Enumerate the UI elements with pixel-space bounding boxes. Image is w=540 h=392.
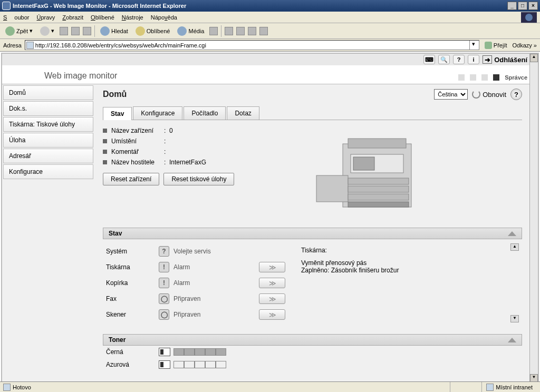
close-button[interactable]: × [528, 2, 538, 10]
stop-icon[interactable] [60, 27, 68, 35]
intranet-icon [486, 384, 494, 391]
menu-tools[interactable]: Nástroje [122, 14, 143, 21]
product-title: Web image monitor [44, 71, 117, 81]
fax-details-button[interactable]: ≫ [259, 293, 285, 304]
sidebar-item-printer-jobs[interactable]: Tiskárna: Tiskové úlohy [3, 117, 93, 132]
address-input[interactable]: http://192.168.0.208/web/entry/cs/websys… [25, 40, 479, 50]
window-title: InternetFaxG - Web Image Monitor - Micro… [13, 3, 507, 9]
svg-rect-6 [348, 186, 409, 192]
star-icon [136, 26, 145, 36]
help-button-top[interactable]: ? [453, 55, 465, 64]
svg-rect-2 [348, 139, 406, 148]
menu-help[interactable]: Nápověda [151, 14, 177, 21]
tab-inquiry[interactable]: Dotaz [227, 106, 259, 120]
go-icon [485, 42, 492, 49]
page-icon [26, 42, 34, 49]
status-row-fax: Fax ◯ Připraven ≫ [106, 291, 285, 307]
help-button[interactable]: ? [510, 89, 522, 100]
mini-icon-2 [470, 74, 476, 81]
reset-jobs-button[interactable]: Reset tiskové úlohy [163, 173, 234, 185]
role-label: Správce [505, 74, 527, 81]
discuss-icon[interactable] [259, 27, 268, 35]
ready-icon: ◯ [159, 293, 169, 304]
sidebar-item-docs[interactable]: Dok.s. [3, 101, 93, 116]
printer-image [298, 125, 446, 220]
search-button-page[interactable]: 🔍 [438, 55, 450, 64]
search-button[interactable]: Hledat [98, 25, 130, 37]
toner-level-cyan [173, 361, 226, 368]
status-section-header[interactable]: Stav [103, 228, 522, 239]
page-scrollbar[interactable]: ▲ ▼ [529, 54, 538, 383]
app-icon [2, 2, 11, 10]
refresh-button[interactable]: Obnovit [472, 90, 506, 99]
sidebar-item-home[interactable]: Domů [3, 85, 93, 100]
status-row-system: Systém ? Volejte servis [106, 243, 285, 259]
device-info: Název zařízení:0 Umístění: Komentář: Náz… [103, 125, 287, 220]
edit-icon[interactable] [248, 27, 256, 35]
menubar: Soubor Úpravy Zobrazit Oblíbené Nástroje… [0, 12, 540, 23]
scroll-down-button[interactable]: ▼ [510, 315, 519, 322]
toner-section-header[interactable]: Toner [103, 334, 522, 346]
page-title: Domů [103, 90, 127, 99]
alarm-icon: ! [159, 262, 169, 272]
page-icon-status [3, 384, 11, 391]
links-label[interactable]: Odkazy » [513, 42, 537, 48]
print-icon[interactable] [236, 27, 245, 35]
favorites-button[interactable]: Oblíbené [133, 25, 172, 37]
forward-button[interactable]: ▾ [38, 25, 56, 37]
address-label: Adresa [3, 42, 22, 48]
tab-counter[interactable]: Počítadlo [184, 106, 226, 120]
mini-icon-4 [493, 74, 499, 81]
svg-rect-8 [348, 202, 409, 207]
maximize-button[interactable]: □ [518, 2, 527, 10]
printer-details-button[interactable]: ≫ [259, 262, 285, 272]
status-row-printer: Tiskárna ! Alarm ≫ [106, 259, 285, 275]
sidebar-item-job[interactable]: Úloha [3, 133, 93, 148]
collapse-icon [508, 338, 516, 342]
keyboard-button[interactable]: ⌨ [423, 55, 435, 64]
toolbar: Zpět ▾ ▾ Hledat Oblíbené Média [0, 23, 540, 39]
msg-title: Tiskárna: [301, 247, 519, 254]
tab-config[interactable]: Konfigurace [133, 106, 182, 120]
refresh-icon[interactable] [71, 27, 80, 35]
status-message-panel: ▲ Tiskárna: Vyměnit přenosový pás Zaplně… [301, 243, 519, 322]
product-header: Web image monitor Správce [2, 65, 538, 84]
forward-icon [40, 26, 50, 36]
scanner-details-button[interactable]: ≫ [259, 309, 285, 320]
svg-rect-7 [348, 194, 409, 200]
search-icon [100, 26, 110, 36]
menu-view[interactable]: Zobrazit [62, 14, 83, 21]
media-button[interactable]: Média [175, 25, 206, 37]
mail-icon[interactable] [225, 27, 233, 35]
go-button[interactable]: Přejít [483, 42, 509, 49]
toner-list: Černá Azurová [103, 346, 522, 371]
browser-statusbar: Hotovo Místní intranet [0, 381, 540, 392]
toner-row-cyan: Azurová [103, 358, 522, 371]
address-dropdown-icon[interactable]: ▾ [469, 41, 478, 50]
refresh-icon-page [472, 90, 480, 99]
back-button[interactable]: Zpět ▾ [3, 25, 35, 37]
top-action-row: ⌨ 🔍 ? i ➜ Odhlášení [2, 54, 538, 65]
sidebar: Domů Dok.s. Tiskárna: Tiskové úlohy Úloh… [2, 84, 94, 383]
tab-status[interactable]: Stav [103, 107, 132, 120]
history-icon[interactable] [209, 27, 218, 35]
language-select[interactable]: Čeština [434, 89, 468, 100]
menu-file[interactable]: Soubor [3, 14, 29, 21]
status-list: Systém ? Volejte servis Tiskárna ! Alarm… [106, 243, 285, 322]
reset-device-button[interactable]: Reset zařízení [103, 173, 159, 185]
toner-level-black [173, 348, 226, 356]
menu-edit[interactable]: Úpravy [36, 14, 55, 21]
menu-favorites[interactable]: Oblíbené [91, 14, 114, 21]
sidebar-item-config[interactable]: Konfigurace [3, 164, 93, 179]
scroll-up-button[interactable]: ▲ [510, 243, 519, 251]
home-icon[interactable] [83, 27, 91, 35]
logout-button[interactable]: ➜ Odhlášení [483, 55, 527, 64]
status-row-scanner: Skener ◯ Připraven ≫ [106, 307, 285, 322]
minimize-button[interactable]: _ [507, 2, 517, 10]
copier-details-button[interactable]: ≫ [259, 278, 285, 288]
main-panel: Domů Čeština Obnovit ? Stav Konfigurace … [94, 84, 538, 383]
ie-logo [521, 12, 537, 23]
info-button[interactable]: i [468, 55, 479, 64]
sidebar-item-addressbook[interactable]: Adresář [3, 149, 93, 163]
tabs: Stav Konfigurace Počítadlo Dotaz [103, 106, 522, 120]
